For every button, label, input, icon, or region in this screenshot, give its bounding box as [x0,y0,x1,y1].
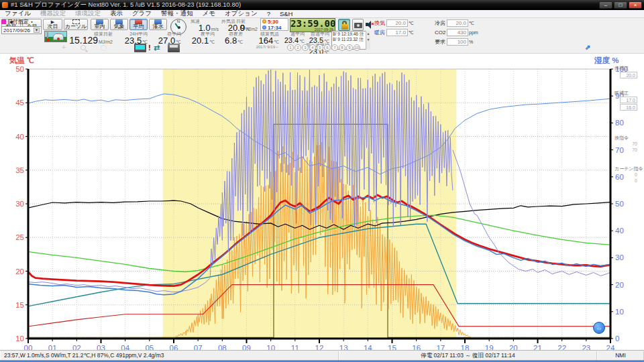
house-5-button[interactable]: 5 [317,44,323,51]
stat-week-avg: 週平均 23.4℃ [282,32,305,45]
house-6-button[interactable]: 6 [324,44,331,51]
menu-device-settings[interactable]: 機器設定 [36,9,70,18]
vent-correction-input[interactable]: 20.0 [620,72,637,78]
alert-bang-icon: ! [148,44,151,52]
svg-text:09: 09 [242,344,251,350]
svg-text:50: 50 [15,65,24,73]
vent-correction-group: 換補正 20.0 [614,66,644,78]
zoom-plus-icon[interactable]: + [62,43,66,51]
status-mode: NMI [597,351,644,360]
house-1-button[interactable]: 1 [287,44,294,51]
svg-text:07: 07 [194,344,203,350]
heat-correction-input-1[interactable]: 17.0 [620,97,637,103]
svg-text:01: 01 [48,344,57,350]
magnifier-icon[interactable] [80,45,86,50]
view-weather-button[interactable]: 気象 [110,19,128,30]
stat-day-night-diff: 昼夜差 6.8℃ [217,32,243,45]
svg-text:21: 21 [533,344,542,350]
wind-readout: 風速 1.0m/s [191,19,219,32]
menu-options[interactable]: オプション [220,9,262,18]
svg-text:16: 16 [412,344,421,350]
heat-correction-group: 暖補正 17.0 16.0 [614,90,644,111]
heat-setpoint-field-row: 暖房 17.0 ℃ [374,29,414,36]
svg-text:22: 22 [557,344,566,350]
swap-arrows-icon[interactable]: ⇄ [154,44,160,52]
minimize-button[interactable]: – [599,1,612,9]
menu-help[interactable]: ? [262,10,275,17]
next-day-button[interactable]: ▶ 次日 [43,19,62,30]
printer-icon[interactable] [168,44,180,52]
house-9-button[interactable]: 9 [346,44,353,51]
gear-icon[interactable] [101,45,107,51]
svg-text:11: 11 [291,344,299,350]
greenhouse-icon[interactable] [44,31,67,42]
date-dropdown[interactable]: 2017/09/26 ▼ [1,26,42,34]
clock-display: 23:59.00 2017-09-26 [290,18,335,32]
scroll-up-icon[interactable]: ▲ [366,31,370,37]
sunset-icon [262,25,266,29]
status-readings: 23:57,W 1.0m/s,S 0W/m,T 21.2℃,H 87%,C 49… [0,351,339,360]
house-3-button[interactable]: 3 [302,44,309,51]
toggle-axis-button[interactable]: ⇔ [593,322,605,334]
view-average-button[interactable]: 平均 [129,19,148,30]
view-irrigation-button[interactable]: 潅水 [149,19,167,30]
alarm-log-entry[interactable]: 8/ 9 12:19.46 注 [332,32,370,37]
vent-setpoint-input[interactable]: 20.0 [386,19,408,27]
status-power-event: 停電 02/17 11:03 ～ 復旧 02/17 11:14 [339,351,597,360]
heat-setpoint-input[interactable]: 17.0 [386,29,408,36]
cursor-button[interactable]: カーソル [64,19,88,30]
vent-command-group: 換指令 70 70 [614,135,644,153]
demand-field-row: 要求 100 % [435,38,473,46]
svg-text:05: 05 [145,344,154,350]
svg-text:08: 08 [218,344,227,350]
app-icon [2,2,8,8]
demand-input[interactable]: 100 [447,38,468,46]
menu-graph[interactable]: グラフ [127,9,156,18]
svg-text:02: 02 [72,344,81,350]
house-4-button[interactable]: 4 [309,44,316,51]
menu-env-settings[interactable]: 環境設定 [70,9,105,18]
title-bar: #1 S&H プロファインダー Next80 Ver. 1. 5 /uB V1.… [0,0,644,10]
co2-setpoint-field-row: CO2 430 ppm [435,29,478,36]
svg-text:20: 20 [15,267,24,276]
monitor-icon[interactable] [134,44,146,52]
cool-setpoint-input[interactable]: 20.0 [447,19,468,27]
house-10-button[interactable]: 10 [354,44,360,51]
view-indoor-button[interactable]: 室内 [91,19,109,30]
svg-text:0: 0 [615,335,619,343]
house-2-button[interactable]: 2 [294,44,301,51]
chart-plot[interactable]: 0001020304050607080910111213141516171819… [0,54,644,350]
svg-text:20: 20 [509,344,518,350]
menu-file[interactable]: ファイル [0,9,36,18]
sunrise-sunset-box: 5:30 17:34 [260,18,288,31]
svg-text:30: 30 [15,200,24,208]
house-8-button[interactable]: 8 [339,44,345,51]
curtain-command-group: カーテン指令 0 0 [614,166,644,184]
camera-button[interactable] [352,19,364,31]
close-button[interactable]: × [629,1,642,9]
svg-text:24: 24 [606,344,615,350]
panel-arrow-icon[interactable]: ⇗ [585,44,590,51]
svg-text:80: 80 [615,119,624,127]
menu-memo[interactable]: メモ [198,9,220,18]
alarm-log-entry[interactable]: 8/ 9 11:23.32 注 [332,37,370,42]
lock-button[interactable] [338,19,350,31]
svg-text:20: 20 [615,281,624,289]
co2-setpoint-input[interactable]: 430 [447,29,468,36]
vent-setpoint-field-row: 換気 20.0 ℃ [374,19,414,27]
menu-sh[interactable]: S&H [275,10,298,17]
solar-radiation-readout: 日射 0W/m2 [236,19,258,32]
maximize-button[interactable]: □ [614,1,627,9]
heat-correction-input-2[interactable]: 16.0 [620,104,637,111]
mute-speaker-icon[interactable]: × [366,21,374,29]
menu-bar: ファイル 機器設定 環境設定 表示 グラフ 警報・通知 メモ オプション ? S… [0,10,644,18]
menu-alarm[interactable]: 警報・通知 [156,9,198,18]
house-7-button[interactable]: 7 [331,44,338,51]
stat-night-avg: 夜平均 20.1℃ [184,32,215,45]
scroll-down-icon[interactable]: ▼ [366,37,370,43]
svg-text:10: 10 [615,308,624,316]
alarm-log-scrollbar[interactable]: ▲ ▼ [366,31,370,50]
svg-text:03: 03 [97,344,105,350]
svg-text:19: 19 [485,344,494,350]
menu-view[interactable]: 表示 [105,9,127,18]
